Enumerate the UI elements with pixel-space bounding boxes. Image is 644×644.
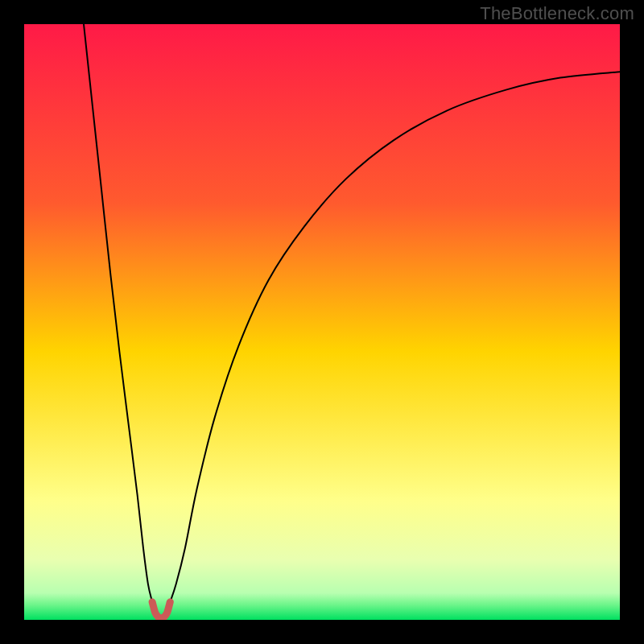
plot-svg — [24, 24, 620, 620]
watermark-text: TheBottleneck.com — [480, 3, 634, 24]
bottleneck-curve-plot — [24, 24, 620, 620]
chart-container: TheBottleneck.com — [0, 0, 644, 644]
gradient-background — [24, 24, 620, 620]
